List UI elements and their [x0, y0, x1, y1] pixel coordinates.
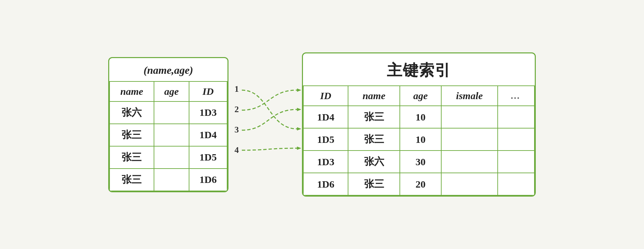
svg-text:2: 2 [234, 104, 239, 114]
left-col-id: ID [189, 81, 227, 101]
right-r2-name: 张三 [348, 128, 400, 151]
right-r1-id: 1D4 [303, 106, 348, 128]
arrows-svg: 1 2 3 4 [228, 74, 302, 201]
left-table-header-row: name age ID [110, 81, 227, 101]
right-row-3: 1D3 张六 30 [303, 151, 534, 173]
arrow-area: 1 2 3 4 [228, 74, 302, 201]
svg-text:3: 3 [234, 125, 239, 135]
right-r4-ismale [441, 173, 498, 195]
svg-marker-5 [297, 88, 301, 92]
right-r4-id: 1D6 [303, 173, 348, 195]
right-r2-ellipsis [498, 128, 534, 151]
diagram-container: (name,age) name age ID 张六 1D3 张三 1D4 [88, 39, 556, 210]
right-r1-name: 张三 [348, 106, 400, 128]
left-r2-id: 1D4 [189, 124, 227, 146]
svg-marker-6 [297, 108, 301, 111]
left-r1-id: 1D3 [189, 101, 227, 124]
right-r1-age: 10 [400, 106, 441, 128]
right-r3-name: 张六 [348, 151, 400, 173]
right-row-1: 1D4 张三 10 [303, 106, 534, 128]
right-r2-id: 1D5 [303, 128, 348, 151]
right-r3-id: 1D3 [303, 151, 348, 173]
right-r1-ellipsis [498, 106, 534, 128]
right-row-2: 1D5 张三 10 [303, 128, 534, 151]
left-col-age: age [154, 81, 189, 101]
left-r2-age [154, 124, 189, 146]
svg-text:4: 4 [234, 145, 239, 155]
left-r1-age [154, 101, 189, 124]
right-r1-ismale [441, 106, 498, 128]
left-row-2: 张三 1D4 [110, 124, 227, 146]
left-r3-age [154, 146, 189, 169]
left-row-4: 张三 1D6 [110, 169, 227, 191]
left-r3-id: 1D5 [189, 146, 227, 169]
left-r4-id: 1D6 [189, 169, 227, 191]
right-r2-ismale [441, 128, 498, 151]
left-r3-name: 张三 [110, 146, 154, 169]
right-table: ID name age ismale … 1D4 张三 10 1D5 张三 [303, 85, 535, 196]
svg-marker-7 [297, 147, 301, 150]
left-table-wrapper: (name,age) name age ID 张六 1D3 张三 1D4 [108, 57, 228, 192]
svg-text:1: 1 [234, 84, 239, 94]
right-row-4: 1D6 张三 20 [303, 173, 534, 195]
right-col-ellipsis: … [498, 86, 534, 106]
left-r2-name: 张三 [110, 124, 154, 146]
right-r3-ellipsis [498, 151, 534, 173]
left-r4-age [154, 169, 189, 191]
left-row-3: 张三 1D5 [110, 146, 227, 169]
right-r4-age: 20 [400, 173, 441, 195]
right-r4-ellipsis [498, 173, 534, 195]
right-col-id: ID [303, 86, 348, 106]
right-col-name: name [348, 86, 400, 106]
right-table-header-row: ID name age ismale … [303, 86, 534, 106]
svg-marker-4 [297, 127, 301, 131]
right-r2-age: 10 [400, 128, 441, 151]
right-r3-age: 30 [400, 151, 441, 173]
left-table: name age ID 张六 1D3 张三 1D4 张三 [109, 81, 227, 191]
right-table-wrapper: 主键索引 ID name age ismale … 1D4 张三 10 [302, 52, 536, 197]
right-table-title: 主键索引 [303, 53, 535, 85]
left-table-title: (name,age) [109, 58, 227, 81]
left-col-name: name [110, 81, 154, 101]
left-r4-name: 张三 [110, 169, 154, 191]
right-col-age: age [400, 86, 441, 106]
right-col-ismale: ismale [441, 86, 498, 106]
right-r3-ismale [441, 151, 498, 173]
right-r4-name: 张三 [348, 173, 400, 195]
left-r1-name: 张六 [110, 101, 154, 124]
left-row-1: 张六 1D3 [110, 101, 227, 124]
